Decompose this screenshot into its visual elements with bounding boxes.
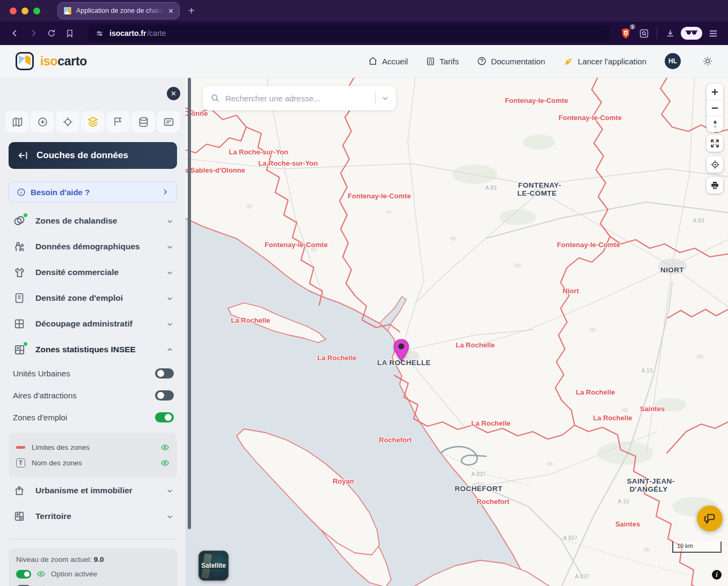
- forward-icon[interactable]: [26, 26, 41, 41]
- browser-tab[interactable]: Application de zone de chalandise ✕: [57, 2, 180, 19]
- section-donnees-demographiques[interactable]: Données démographiques: [9, 234, 177, 259]
- close-panel-icon[interactable]: ✕: [167, 87, 180, 100]
- toolbar-divider: [657, 28, 657, 39]
- section-decoupage-administratif[interactable]: Découpage administratif: [9, 311, 177, 337]
- section-zones-statistiques-insee[interactable]: Zones statistiques INSEE: [9, 337, 177, 362]
- window-zoom-button[interactable]: [33, 8, 40, 14]
- basemap-switcher-satellite[interactable]: Satellite: [198, 551, 229, 581]
- attribution-info-icon[interactable]: i: [712, 570, 722, 580]
- site-settings-icon[interactable]: [94, 26, 104, 41]
- chevron-down-icon: [166, 217, 174, 225]
- chevron-down-icon: [166, 269, 174, 277]
- nav-accueil[interactable]: Accueil: [368, 56, 408, 66]
- window-minimize-button[interactable]: [21, 8, 28, 14]
- tab-close-icon[interactable]: ✕: [168, 8, 174, 14]
- help-circle-icon: [477, 56, 487, 66]
- sidebar-search-icon[interactable]: [636, 26, 651, 41]
- house-icon: [13, 484, 26, 497]
- brand-logo[interactable]: isocarto: [15, 51, 87, 71]
- zoom-legend: Niveau de zoom actuel: 9.0 Option activé…: [9, 548, 177, 586]
- back-icon[interactable]: [8, 26, 23, 41]
- map-canvas[interactable]: OlonneLa Roche-sur-YonLa Roche-sur-YonLe…: [185, 78, 728, 586]
- vpn-sunglasses-icon[interactable]: [681, 27, 702, 40]
- new-tab-button[interactable]: +: [188, 5, 195, 17]
- tool-map-icon[interactable]: [5, 111, 29, 132]
- active-dot: [23, 342, 28, 346]
- section-densite-commerciale[interactable]: Densité commerciale: [9, 259, 177, 285]
- section-urbanisme-immobilier[interactable]: Urbanisme et immobilier: [9, 478, 177, 503]
- panel-title: Couches de données: [36, 150, 128, 161]
- tshirt-icon: [13, 266, 26, 279]
- visibility-eye-icon[interactable]: [160, 458, 170, 468]
- url-bar[interactable]: isocarto.fr /carte: [88, 25, 609, 42]
- panel-header: Couches de données: [9, 142, 177, 169]
- home-icon: [368, 56, 378, 66]
- legend-toggle-on: [16, 570, 31, 578]
- help-label: Besoin d'aide ?: [31, 188, 90, 197]
- compass-button[interactable]: [707, 116, 723, 132]
- section-densite-zone-emploi[interactable]: Densité zone d'emploi: [9, 285, 177, 311]
- zoom-in-button[interactable]: [707, 84, 723, 100]
- tool-flag-icon[interactable]: [106, 111, 130, 132]
- search-input[interactable]: [225, 94, 370, 103]
- tab-strip: Application de zone de chalandise ✕ +: [0, 0, 728, 21]
- basemap: [185, 78, 728, 586]
- user-avatar[interactable]: HL: [665, 53, 681, 69]
- tab-title: Application de zone de chalandise: [76, 7, 164, 14]
- tool-locate-icon[interactable]: [56, 111, 79, 132]
- layer-sections: Zones de chalandise Données démographiqu…: [9, 208, 177, 529]
- layer-row-zones-emploi: Zones d'emploi: [9, 406, 177, 428]
- tool-add-zone-icon[interactable]: [31, 111, 54, 132]
- download-icon[interactable]: [663, 26, 678, 41]
- fullscreen-button[interactable]: [707, 135, 723, 152]
- nav-lancer-application[interactable]: Lancer l'application: [563, 56, 646, 66]
- visibility-eye-icon[interactable]: [160, 443, 170, 452]
- menu-icon[interactable]: [705, 26, 720, 41]
- layers-sidebar: ✕ Couches de données Besoin d'aide: [0, 78, 186, 586]
- tool-notes-icon[interactable]: [157, 111, 180, 132]
- nav-documentation[interactable]: Documentation: [477, 56, 545, 66]
- chevron-down-icon: [166, 513, 174, 521]
- sublayer-limites: Limites des zones: [16, 440, 170, 455]
- tool-database-icon[interactable]: [131, 111, 155, 132]
- document-icon: [13, 292, 26, 305]
- tool-layers-icon[interactable]: [81, 111, 105, 132]
- bookmark-icon[interactable]: [62, 26, 77, 41]
- isocarto-logo-icon: [15, 51, 34, 71]
- print-button[interactable]: [707, 177, 723, 194]
- zoom-out-button[interactable]: [707, 100, 723, 116]
- sidebar-scrollbar[interactable]: [188, 78, 191, 529]
- chevron-up-icon: [166, 346, 174, 354]
- nav-tarifs[interactable]: Tarifs: [426, 57, 459, 66]
- search-icon: [210, 93, 220, 103]
- legend-option-active: Option activée: [16, 569, 170, 578]
- geolocate-button[interactable]: [707, 156, 723, 173]
- section-territoire[interactable]: Territoire: [9, 503, 177, 529]
- venn-circles-icon: [13, 214, 26, 227]
- rocket-icon: [563, 56, 573, 66]
- help-link[interactable]: Besoin d'aide ?: [9, 181, 177, 203]
- zoom-level-text: Niveau de zoom actuel: 9.0: [16, 555, 170, 563]
- url-path: /carte: [147, 29, 166, 38]
- layer-row-aires-attractions: Aires d'attractions: [9, 384, 177, 406]
- main-content: OlonneLa Roche-sur-YonLa Roche-sur-YonLe…: [0, 78, 728, 586]
- window-controls: [10, 8, 40, 14]
- unites-urbaines-toggle[interactable]: [155, 368, 174, 379]
- chevron-down-icon: [166, 294, 174, 302]
- brave-shield-icon[interactable]: 1: [618, 26, 633, 41]
- chat-support-button[interactable]: [697, 506, 723, 531]
- chevron-down-icon[interactable]: [381, 94, 389, 102]
- location-marker-pin[interactable]: [392, 338, 410, 364]
- zones-emploi-sublayers: Limites des zones T Nom des zones: [9, 433, 177, 478]
- collapse-panel-icon[interactable]: [17, 150, 29, 161]
- reload-icon[interactable]: [44, 26, 59, 41]
- section-zones-de-chalandise[interactable]: Zones de chalandise: [9, 208, 177, 234]
- window-close-button[interactable]: [10, 8, 17, 14]
- theme-toggle-sun-icon[interactable]: [702, 56, 713, 66]
- shield-badge: 1: [629, 23, 636, 31]
- layer-row-unites-urbaines: Unités Urbaines: [9, 362, 177, 384]
- address-search-bar[interactable]: [203, 86, 396, 110]
- aires-attractions-toggle[interactable]: [155, 390, 174, 400]
- zones-emploi-toggle[interactable]: [155, 412, 174, 422]
- chevron-down-icon: [166, 487, 174, 495]
